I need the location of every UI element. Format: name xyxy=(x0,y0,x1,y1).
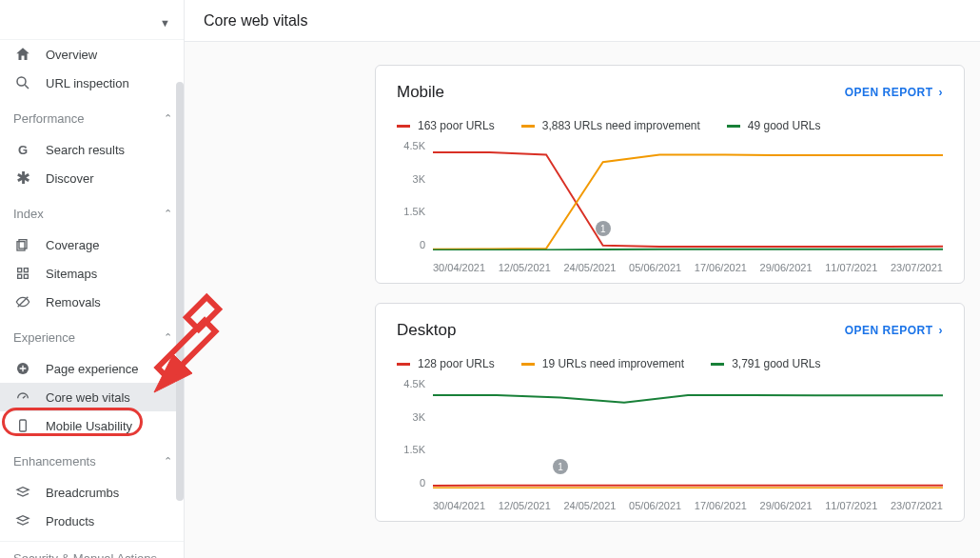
legend-item-poor: 128 poor URLs xyxy=(397,357,495,370)
legend-label: 19 URLs need improvement xyxy=(542,357,684,370)
legend: 163 poor URLs 3,883 URLs need improvemen… xyxy=(397,119,943,132)
section-title: Performance xyxy=(13,111,84,126)
sidebar-item-label: Core web vitals xyxy=(46,390,130,405)
chevron-down-icon: ⌄ xyxy=(164,552,172,558)
sidebar-item-sitemaps[interactable]: Sitemaps xyxy=(0,259,184,288)
pages-icon xyxy=(13,235,32,254)
search-icon xyxy=(13,73,32,92)
sidebar-section-security[interactable]: Security & Manual Actions ⌄ xyxy=(0,541,184,558)
card-title: Mobile xyxy=(397,83,444,102)
sidebar-section-performance[interactable]: Performance ⌃ xyxy=(0,101,184,135)
card-desktop: Desktop OPEN REPORT › 128 poor URLs 19 U… xyxy=(375,303,965,522)
sidebar-item-url-inspection[interactable]: URL inspection xyxy=(0,69,184,97)
chart-annotation-marker[interactable]: 1 xyxy=(553,459,568,474)
eye-off-icon xyxy=(13,292,32,311)
x-axis: 30/04/202112/05/202124/05/202105/06/2021… xyxy=(433,262,943,273)
speed-icon xyxy=(13,388,32,407)
chevron-right-icon: › xyxy=(939,324,944,337)
svg-point-0 xyxy=(17,77,26,86)
sidebar-scroll: Overview URL inspection Performance ⌃ G … xyxy=(0,40,184,558)
sidebar-section-experience[interactable]: Experience ⌃ xyxy=(0,320,184,354)
legend-label: 49 good URLs xyxy=(748,119,821,132)
page-title: Core web vitals xyxy=(204,12,307,30)
legend-item-good: 49 good URLs xyxy=(727,119,821,132)
sidebar-item-label: Overview xyxy=(46,48,97,62)
sidebar-item-core-web-vitals[interactable]: Core web vitals xyxy=(0,383,184,411)
legend-label: 3,883 URLs need improvement xyxy=(542,119,700,132)
sidebar-item-label: Discover xyxy=(46,171,94,186)
chevron-up-icon: ⌃ xyxy=(164,208,172,220)
chevron-right-icon: › xyxy=(939,86,944,99)
section-title: Security & Manual Actions xyxy=(13,551,157,558)
sidebar-section-index[interactable]: Index ⌃ xyxy=(0,196,184,230)
sitemap-icon xyxy=(13,264,32,283)
chart-annotation-marker[interactable]: 1 xyxy=(596,221,611,236)
phone-icon xyxy=(13,416,32,435)
sidebar-item-discover[interactable]: ✱ Discover xyxy=(0,164,184,192)
asterisk-icon: ✱ xyxy=(13,169,32,188)
legend-label: 128 poor URLs xyxy=(418,357,495,370)
svg-line-1 xyxy=(25,85,29,89)
legend-item-poor: 163 poor URLs xyxy=(397,119,495,132)
sidebar-item-removals[interactable]: Removals xyxy=(0,288,184,316)
sidebar-item-label: Removals xyxy=(46,295,101,309)
google-g-icon: G xyxy=(13,140,32,159)
legend-label: 163 poor URLs xyxy=(418,119,495,132)
y-axis: 4.5K3K1.5K0 xyxy=(397,378,431,488)
sidebar-item-label: URL inspection xyxy=(46,76,129,90)
sidebar-item-coverage[interactable]: Coverage xyxy=(0,230,184,259)
open-report-button[interactable]: OPEN REPORT › xyxy=(845,86,943,99)
sidebar-item-products[interactable]: Products xyxy=(0,507,184,535)
plus-circle-icon xyxy=(13,359,32,378)
sidebar-item-label: Sitemaps xyxy=(46,267,97,281)
chevron-up-icon: ⌃ xyxy=(164,455,172,468)
svg-rect-5 xyxy=(24,269,28,272)
y-axis: 4.5K3K1.5K0 xyxy=(397,140,431,250)
svg-line-10 xyxy=(23,396,26,399)
stack-icon xyxy=(13,511,32,530)
legend-item-good: 3,791 good URLs xyxy=(711,357,820,370)
svg-rect-11 xyxy=(20,420,27,431)
sidebar-item-label: Coverage xyxy=(46,238,99,252)
chevron-up-icon: ⌃ xyxy=(164,112,172,125)
sidebar-section-enhancements[interactable]: Enhancements ⌃ xyxy=(0,444,184,478)
sidebar-item-label: Search results xyxy=(46,143,125,157)
content: Mobile OPEN REPORT › 163 poor URLs 3,883… xyxy=(185,42,980,558)
sidebar-item-search-results[interactable]: G Search results xyxy=(0,135,184,164)
x-axis: 30/04/202112/05/202124/05/202105/06/2021… xyxy=(433,500,943,511)
sidebar-item-label: Breadcrumbs xyxy=(46,486,119,500)
plot-area: 1 xyxy=(433,378,943,488)
sidebar-item-label: Mobile Usability xyxy=(46,419,132,433)
card-mobile: Mobile OPEN REPORT › 163 poor URLs 3,883… xyxy=(375,65,965,284)
stack-icon xyxy=(13,483,32,502)
plot-area: 1 xyxy=(433,140,943,250)
home-icon xyxy=(13,45,32,64)
svg-rect-4 xyxy=(18,269,22,272)
legend-item-needs-improvement: 3,883 URLs need improvement xyxy=(521,119,700,132)
chevron-up-icon: ⌃ xyxy=(164,331,172,344)
section-title: Enhancements xyxy=(13,454,96,468)
topbar: Core web vitals xyxy=(185,0,980,42)
sidebar-item-overview[interactable]: Overview xyxy=(0,40,184,69)
legend-item-needs-improvement: 19 URLs need improvement xyxy=(521,357,684,370)
open-report-label: OPEN REPORT xyxy=(845,324,933,337)
section-title: Index xyxy=(13,207,44,221)
legend: 128 poor URLs 19 URLs need improvement 3… xyxy=(397,357,943,370)
open-report-label: OPEN REPORT xyxy=(845,86,933,99)
sidebar-item-page-experience[interactable]: Page experience xyxy=(0,354,184,383)
sidebar: ▼ Overview URL inspection Performance ⌃ xyxy=(0,0,185,558)
svg-rect-7 xyxy=(24,274,28,278)
section-title: Experience xyxy=(13,330,75,345)
sidebar-item-mobile-usability[interactable]: Mobile Usability xyxy=(0,411,184,440)
chart-mobile: 4.5K3K1.5K0 1 30/04/202112/05/202124/05/… xyxy=(397,140,943,273)
property-selector[interactable]: ▼ xyxy=(0,6,184,40)
scrollbar[interactable] xyxy=(176,82,184,501)
sidebar-item-breadcrumbs[interactable]: Breadcrumbs xyxy=(0,478,184,507)
chevron-down-icon: ▼ xyxy=(160,17,170,29)
svg-rect-6 xyxy=(18,274,22,278)
chart-desktop: 4.5K3K1.5K0 1 30/04/202112/05/202124/05/… xyxy=(397,378,943,511)
legend-label: 3,791 good URLs xyxy=(732,357,820,370)
open-report-button[interactable]: OPEN REPORT › xyxy=(845,324,943,337)
card-title: Desktop xyxy=(397,321,456,340)
main: Core web vitals Mobile OPEN REPORT › 163… xyxy=(185,0,980,558)
